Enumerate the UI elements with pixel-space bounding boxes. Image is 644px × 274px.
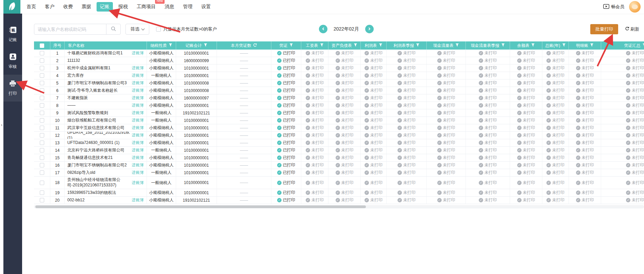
check-circle-icon: ✓ — [576, 81, 580, 85]
filter-button[interactable]: 筛选 — [125, 24, 149, 35]
check-circle-icon: ✓ — [546, 103, 551, 108]
nav-item-记账[interactable]: 记账 — [97, 2, 113, 12]
show-only-toggle[interactable]: 只显示本月凭证数>0的客户 — [156, 26, 217, 32]
row-checkbox[interactable] — [40, 88, 44, 93]
nav-item-工商项目[interactable]: 工商项目new — [133, 2, 159, 12]
ledger-book-link[interactable]: 进账簿 — [132, 132, 144, 138]
col-header-salary[interactable]: 工资表 — [301, 41, 328, 50]
col-header-cashflow[interactable]: 现金流量表 — [427, 41, 466, 50]
filter-icon[interactable] — [289, 43, 293, 48]
ledger-book-link[interactable]: 进账簿 — [132, 117, 144, 123]
refresh-button[interactable]: 刷新 — [623, 26, 641, 33]
col-header-general_ledger[interactable]: 总账(年) — [542, 41, 569, 50]
nav-item-收费[interactable]: 收费 — [60, 2, 76, 12]
row-checkbox[interactable] — [40, 156, 44, 160]
ledger-book-link[interactable]: 进账簿 — [132, 88, 144, 93]
row-checkbox[interactable] — [40, 96, 44, 100]
select-all-checkbox[interactable] — [40, 43, 44, 48]
ledger-book-link[interactable]: 进账簿 — [132, 140, 144, 146]
ledger-book-link[interactable]: 进账簿 — [132, 110, 144, 116]
filter-icon[interactable] — [204, 43, 207, 48]
col-header-accountant[interactable]: 记账会计 — [176, 41, 217, 50]
row-checkbox[interactable] — [40, 103, 44, 108]
nav-item-管理[interactable]: 管理 — [180, 2, 196, 12]
col-header-balance_sheet[interactable]: 资产负债表 — [328, 41, 361, 50]
batch-print-button[interactable]: 批量打印 — [590, 24, 618, 34]
filter-icon[interactable] — [531, 43, 535, 48]
horizontal-scrollbar[interactable] — [34, 205, 644, 208]
nav-item-报税[interactable]: 报税 — [115, 2, 131, 12]
filter-icon[interactable] — [320, 43, 324, 48]
nav-item-首页[interactable]: 首页 — [23, 2, 39, 12]
col-header-cashflow_q[interactable]: 现金流量表季报 — [466, 41, 510, 50]
filter-icon[interactable] — [455, 43, 459, 48]
sidebar-item-审核[interactable]: 审核 — [3, 48, 22, 75]
col-header-voucher[interactable]: 凭证 — [271, 41, 301, 50]
filter-icon[interactable] — [416, 43, 420, 48]
member-link[interactable]: 畅会员 — [603, 4, 624, 10]
horizontal-scrollbar-thumb[interactable] — [35, 205, 366, 208]
row-checkbox[interactable] — [40, 81, 44, 85]
sidebar-collapse-handle[interactable]: › — [0, 121, 3, 128]
filter-icon[interactable] — [642, 43, 644, 48]
ledger-book-link[interactable]: 进账簿 — [132, 80, 144, 86]
row-checkbox[interactable] — [40, 51, 44, 55]
ledger-book-link[interactable]: 进账簿 — [132, 180, 144, 186]
ledger-book-link[interactable]: 进账簿 — [132, 197, 144, 203]
row-checkbox[interactable] — [40, 163, 44, 167]
filter-icon[interactable] — [379, 43, 383, 48]
row-checkbox[interactable] — [40, 190, 44, 195]
check-circle-icon: ✓ — [336, 141, 340, 145]
filter-icon[interactable] — [501, 43, 505, 48]
row-checkbox[interactable] — [40, 73, 44, 78]
avatar[interactable] — [629, 1, 641, 13]
nav-item-客户[interactable]: 客户 — [41, 2, 58, 12]
app-logo[interactable] — [3, 0, 20, 14]
cell-status-voucher: ✓已打印 — [271, 109, 301, 116]
row-checkbox[interactable] — [40, 170, 44, 175]
ledger-book-link[interactable]: 进账簿 — [132, 103, 144, 108]
row-checkbox[interactable] — [40, 66, 44, 70]
row-checkbox[interactable] — [40, 118, 44, 123]
next-month-button[interactable] — [365, 25, 374, 33]
row-checkbox[interactable] — [40, 126, 44, 130]
show-only-checkbox[interactable] — [156, 27, 161, 32]
col-header-detail_ledger[interactable]: 明细账 — [569, 41, 601, 50]
nav-item-消息[interactable]: 消息 — [161, 2, 177, 12]
row-checkbox[interactable] — [40, 148, 44, 152]
nav-item-设置[interactable]: 设置 — [198, 2, 214, 12]
ledger-book-link[interactable]: 进账簿 — [132, 95, 144, 101]
row-checkbox[interactable] — [40, 198, 44, 202]
ledger-book-link[interactable]: 进账簿 — [132, 147, 144, 153]
col-header-tax[interactable]: 纳税性质 — [147, 41, 176, 50]
ledger-book-link[interactable]: 进账簿 — [132, 155, 144, 161]
filter-icon[interactable] — [354, 43, 357, 48]
sidebar-item-打印[interactable]: 打印 — [3, 75, 22, 102]
row-checkbox[interactable] — [40, 141, 44, 145]
row-checkbox[interactable] — [40, 111, 44, 115]
ledger-book-link[interactable]: 进账簿 — [132, 162, 144, 168]
row-checkbox[interactable] — [40, 58, 44, 63]
col-header-income_q[interactable]: 利润表季报 — [387, 41, 427, 50]
col-header-trial_balance[interactable]: 余额表 — [510, 41, 542, 50]
ledger-book-link[interactable]: 进账簿 — [132, 50, 144, 56]
search-input[interactable] — [34, 27, 106, 32]
row-checkbox[interactable] — [40, 133, 44, 138]
col-header-voucher_summary[interactable]: 凭证汇总 — [601, 41, 644, 50]
search-button[interactable] — [106, 24, 120, 34]
col-header-income[interactable]: 利润表 — [361, 41, 387, 50]
ledger-book-link[interactable]: 进账簿 — [132, 125, 144, 131]
col-header-voucher_count[interactable]: 本月凭证数 — [217, 41, 271, 50]
filter-icon[interactable] — [562, 43, 566, 48]
ledger-book-link[interactable]: 进账簿 — [132, 73, 144, 78]
row-checkbox[interactable] — [40, 181, 44, 185]
cell-tax-type: 小规模纳税人 — [147, 65, 176, 72]
refresh-column-icon[interactable] — [253, 43, 257, 48]
filter-icon[interactable] — [169, 43, 172, 48]
prev-month-button[interactable] — [319, 25, 327, 33]
ledger-book-link[interactable]: 进账簿 — [132, 65, 144, 71]
ledger-book-link[interactable]: 进账簿 — [132, 170, 144, 176]
nav-item-票据[interactable]: 票据 — [78, 2, 95, 12]
filter-icon[interactable] — [590, 43, 594, 48]
sidebar-item-记账[interactable]: 账记账 — [3, 21, 22, 48]
